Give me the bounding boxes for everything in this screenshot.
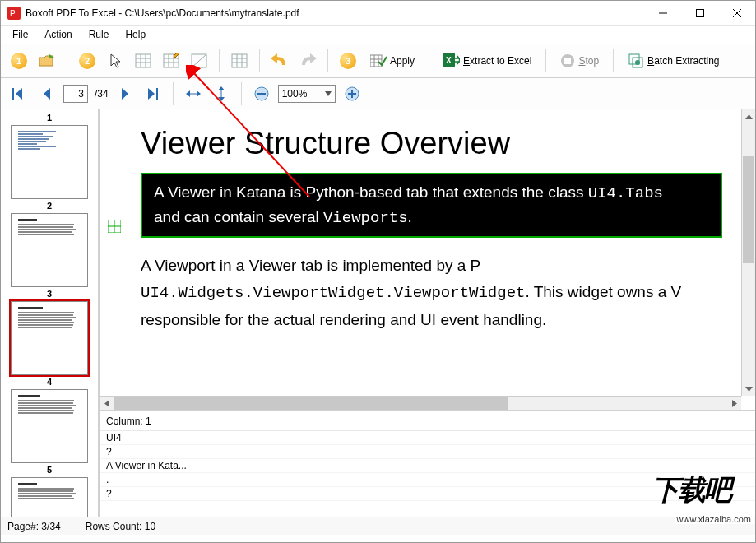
batch-icon [628, 53, 644, 69]
next-icon [120, 88, 130, 100]
batch-label: Batch Extracting [647, 55, 719, 67]
extract-to-excel-button[interactable]: X Extract to Excel [438, 49, 537, 72]
menu-action[interactable]: Action [38, 27, 78, 42]
extract-label: Extract to Excel [463, 55, 531, 67]
fit-page-button[interactable] [210, 82, 233, 105]
first-page-button[interactable] [7, 82, 30, 105]
fit-width-icon [186, 87, 201, 100]
preview-hscroll[interactable] [100, 396, 741, 410]
excel-icon: X [443, 53, 460, 68]
zoom-out-button[interactable] [250, 82, 273, 105]
thumbnail-3[interactable]: 3 [2, 289, 96, 375]
thumbnail-4[interactable]: 4 [2, 377, 96, 463]
close-button[interactable] [718, 1, 755, 25]
status-rows: Rows Count: 10 [86, 521, 155, 532]
page-number-input[interactable] [63, 85, 88, 103]
svg-rect-3 [696, 9, 703, 16]
next-page-button[interactable] [114, 82, 137, 105]
thumbnail-2[interactable]: 2 [2, 201, 96, 287]
undo-button[interactable] [268, 49, 291, 72]
scroll-up-icon[interactable] [742, 109, 755, 123]
svg-point-34 [635, 60, 640, 65]
table-tool-3-button[interactable] [188, 49, 211, 72]
table-check-icon [370, 53, 387, 68]
svg-line-17 [192, 54, 206, 67]
last-icon [146, 88, 160, 100]
main-area: 1 2 3 4 5 Viewer Structure Overview A [1, 109, 755, 517]
cursor-icon [108, 53, 123, 69]
open-file-button[interactable] [35, 49, 58, 72]
folder-open-icon [38, 53, 56, 69]
svg-rect-18 [232, 54, 247, 67]
menu-bar: File Action Rule Help [1, 26, 755, 44]
page-total-label: /34 [95, 88, 109, 100]
main-toolbar: 1 2 3 Apply X Extract to Excel Stop Batc… [1, 44, 755, 78]
prev-icon [42, 88, 52, 100]
body-text: A Viewport in a Viewer tab is implemente… [141, 253, 722, 333]
first-icon [12, 88, 26, 100]
scroll-right-icon[interactable] [727, 397, 741, 411]
table-add-icon [230, 53, 248, 69]
svg-rect-31 [564, 58, 571, 64]
selected-text-region[interactable]: A Viewer in Katana is Python-based tab t… [141, 173, 722, 238]
status-bar: Page#: 3/34 Rows Count: 10 [1, 517, 755, 535]
vscroll-handle[interactable] [743, 156, 754, 263]
batch-extracting-button[interactable]: Batch Extracting [622, 49, 725, 72]
table-tool-4-button[interactable] [228, 49, 251, 72]
page-heading: Viewer Structure Overview [141, 126, 722, 161]
maximize-button[interactable] [681, 1, 718, 25]
thumbnail-1[interactable]: 1 [2, 113, 96, 199]
preview-vscroll[interactable] [741, 109, 755, 396]
title-bar: P Boxoft PDF To Excel - C:\Users\pc\Docu… [1, 1, 755, 26]
data-row[interactable]: ? [100, 445, 755, 459]
prev-page-button[interactable] [35, 82, 58, 105]
table-tool-2-button[interactable] [160, 49, 183, 72]
zoom-in-button[interactable] [341, 82, 364, 105]
thumbnail-5[interactable]: 5 [2, 465, 96, 517]
svg-rect-36 [156, 88, 158, 100]
stop-icon [560, 53, 575, 68]
nav-toolbar: /34 100% [1, 78, 755, 109]
zoom-value: 100% [282, 88, 308, 100]
step2-badge: 2 [76, 49, 99, 72]
status-page: Page#: 3/34 [7, 521, 61, 532]
minimize-button[interactable] [644, 1, 681, 25]
apply-label: Apply [390, 55, 415, 67]
selection-handle-icon[interactable] [108, 220, 121, 233]
selection-cursor-button[interactable] [104, 49, 127, 72]
svg-text:P: P [10, 9, 16, 18]
step1-badge: 1 [7, 49, 30, 72]
zoom-select[interactable]: 100% [278, 85, 336, 103]
apply-button[interactable]: Apply [364, 49, 420, 72]
scroll-left-icon[interactable] [100, 397, 114, 411]
preview-pane[interactable]: Viewer Structure Overview A Viewer in Ka… [100, 109, 755, 411]
stop-button: Stop [554, 49, 605, 72]
table-tool-1-button[interactable] [132, 49, 155, 72]
zoom-out-icon [254, 86, 269, 101]
svg-rect-23 [370, 55, 382, 67]
menu-rule[interactable]: Rule [82, 27, 116, 42]
table-edit-icon [162, 53, 180, 69]
menu-help[interactable]: Help [118, 27, 152, 42]
svg-rect-6 [136, 54, 151, 67]
data-panel-header: Column: 1 [100, 411, 755, 431]
menu-file[interactable]: File [6, 27, 35, 42]
thumbnail-pane[interactable]: 1 2 3 4 5 [1, 109, 100, 517]
svg-text:X: X [446, 56, 452, 65]
last-page-button[interactable] [141, 82, 165, 105]
redo-button[interactable] [296, 49, 319, 72]
fit-width-button[interactable] [182, 82, 205, 105]
redo-icon [299, 53, 317, 68]
step3-badge: 3 [336, 49, 359, 72]
svg-rect-35 [12, 88, 14, 100]
hscroll-handle[interactable] [114, 397, 508, 410]
dropdown-icon [325, 91, 332, 96]
data-row[interactable]: UI4 [100, 431, 755, 445]
undo-icon [271, 53, 289, 68]
app-icon: P [7, 7, 21, 20]
window-title: Boxoft PDF To Excel - C:\Users\pc\Docume… [26, 7, 644, 19]
watermark-url: www.xiazaiba.com [675, 514, 754, 524]
table-slash-icon [190, 53, 208, 69]
zoom-in-icon [345, 86, 359, 101]
scroll-down-icon[interactable] [742, 382, 755, 396]
